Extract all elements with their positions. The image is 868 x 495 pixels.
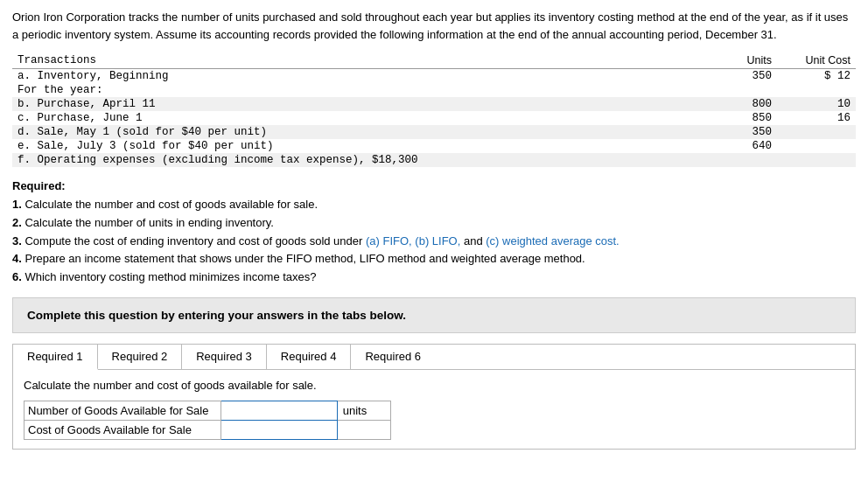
row-d-units: 350 <box>707 125 777 139</box>
cost-goods-input-cell[interactable] <box>220 420 337 439</box>
tab-required-1[interactable]: Required 1 <box>13 345 98 370</box>
tab-required-2[interactable]: Required 2 <box>98 345 183 369</box>
required-label: Required: <box>12 179 856 192</box>
col-header-units: Units <box>707 53 777 69</box>
row-e-cost <box>777 139 856 153</box>
row-f-cost <box>777 153 856 167</box>
row-d-label: d. Sale, May 1 (sold for $40 per unit) <box>12 125 707 139</box>
number-goods-input[interactable] <box>221 401 337 420</box>
tab-subtitle: Calculate the number and cost of goods a… <box>24 379 844 392</box>
tabs-row: Required 1 Required 2 Required 3 Require… <box>13 345 855 370</box>
cost-goods-input[interactable] <box>221 421 337 439</box>
row-f-units <box>707 153 777 167</box>
required-item-4: 4. Prepare an income statement that show… <box>12 250 856 268</box>
required-item-2: 2. Calculate the number of units in endi… <box>12 214 856 233</box>
tab-required-6[interactable]: Required 6 <box>351 345 435 369</box>
complete-box: Complete this question by entering your … <box>12 297 856 333</box>
row-b-cost: 10 <box>777 97 856 111</box>
number-goods-label: Number of Goods Available for Sale <box>24 401 221 420</box>
row-b-units: 800 <box>707 97 777 111</box>
row-b-label: b. Purchase, April 11 <box>12 97 707 111</box>
required-item-1: 1. Calculate the number and cost of good… <box>12 196 856 214</box>
required-item-3: 3. Compute the cost of ending inventory … <box>12 233 856 251</box>
row-c-label: c. Purchase, June 1 <box>12 111 707 125</box>
row-e-label: e. Sale, July 3 (sold for $40 per unit) <box>12 139 707 153</box>
cost-goods-label: Cost of Goods Available for Sale <box>24 420 221 439</box>
answer-row-number: Number of Goods Available for Sale units <box>24 401 391 420</box>
row-f-label: f. Operating expenses (excluding income … <box>12 153 707 167</box>
row-c-cost: 16 <box>777 111 856 125</box>
required-item-6: 6. Which inventory costing method minimi… <box>12 268 856 287</box>
row-a-units: 350 <box>707 69 777 84</box>
number-goods-unit: units <box>337 401 390 420</box>
number-goods-input-cell[interactable] <box>220 401 337 420</box>
tabs-container: Required 1 Required 2 Required 3 Require… <box>12 344 856 450</box>
complete-box-text: Complete this question by entering your … <box>27 309 406 322</box>
cost-goods-unit <box>337 420 390 439</box>
answer-row-cost: Cost of Goods Available for Sale <box>24 420 391 439</box>
row-for-year-units <box>707 83 777 97</box>
answer-table: Number of Goods Available for Sale units… <box>24 401 391 440</box>
row-for-year-cost <box>777 83 856 97</box>
col-header-transactions: Transactions <box>12 53 707 69</box>
intro-paragraph: Orion Iron Corporation tracks the number… <box>12 9 856 43</box>
transactions-table: Transactions Units Unit Cost a. Inventor… <box>12 53 856 167</box>
col-header-cost: Unit Cost <box>777 53 856 69</box>
tab-required-4[interactable]: Required 4 <box>267 345 352 369</box>
row-for-year-label: For the year: <box>12 83 707 97</box>
row-d-cost <box>777 125 856 139</box>
required-section: Required: 1. Calculate the number and co… <box>12 179 856 287</box>
row-e-units: 640 <box>707 139 777 153</box>
tab-required-3[interactable]: Required 3 <box>182 345 267 369</box>
row-a-cost: $ 12 <box>777 69 856 84</box>
tab-content: Calculate the number and cost of goods a… <box>13 370 855 449</box>
row-c-units: 850 <box>707 111 777 125</box>
row-a-label: a. Inventory, Beginning <box>12 69 707 84</box>
